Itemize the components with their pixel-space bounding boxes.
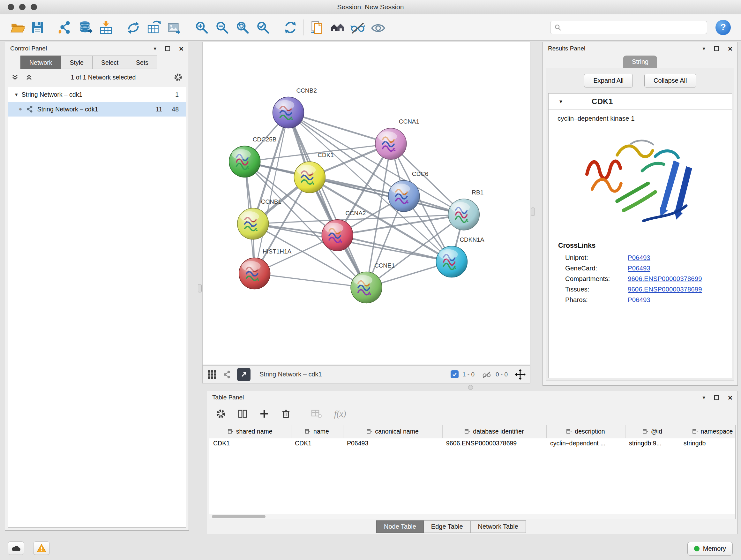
column-header-namespace[interactable]: namespace [680, 425, 736, 438]
network-node-CDK1[interactable]: CDK1 [294, 152, 333, 193]
table-gear-icon[interactable] [216, 409, 226, 419]
network-node-RB1[interactable]: RB1 [448, 189, 483, 230]
zoom-in-button[interactable] [193, 18, 211, 37]
horizontal-scrollbar[interactable] [209, 514, 735, 519]
crosslink-link[interactable]: P06493 [628, 296, 650, 304]
panel-menu-caret-icon[interactable]: ▾ [153, 45, 156, 52]
import-table-file-button[interactable] [97, 18, 115, 37]
export-table-button[interactable] [145, 18, 163, 37]
delete-column-trash-icon[interactable] [281, 409, 291, 419]
tab-sets[interactable]: Sets [127, 56, 157, 69]
refresh-button[interactable] [281, 18, 299, 37]
network-node-CCNB2[interactable]: CCNB2 [273, 87, 317, 128]
selected-checkbox-icon[interactable] [451, 370, 459, 378]
memory-button[interactable]: Memory [687, 542, 733, 556]
pan-move-icon[interactable] [515, 369, 526, 380]
warnings-button[interactable] [33, 542, 50, 555]
network-row-selected[interactable]: • String Network – cdk1 11 48 [8, 102, 186, 117]
cell-shared-name[interactable]: CDK1 [209, 438, 291, 450]
panel-float-icon[interactable] [714, 395, 719, 400]
network-edge-CCNA2-CDKN1A[interactable] [337, 235, 452, 262]
node-label-RB1: RB1 [472, 189, 483, 196]
search-input[interactable] [564, 24, 703, 31]
panel-close-icon[interactable]: × [728, 46, 732, 51]
window-close-icon[interactable] [8, 4, 14, 10]
help-button[interactable]: ? [716, 20, 731, 35]
network-canvas[interactable]: CCNB2CCNA1CDC25BCDK1CDC6RB1CCNB1CCNA2CDK… [202, 42, 530, 365]
cell-description[interactable]: cyclin–dependent ... [546, 438, 625, 450]
panel-splitter-dot[interactable] [468, 385, 473, 390]
tab-string[interactable]: String [623, 56, 657, 68]
copy-document-button[interactable] [308, 18, 326, 37]
cell-id[interactable]: stringdb:9... [625, 438, 680, 450]
collapse-all-chevrons-icon[interactable] [11, 74, 18, 81]
window-minimize-icon[interactable] [19, 4, 25, 10]
crosslink-link[interactable]: P06493 [628, 264, 650, 272]
column-header-name[interactable]: name [291, 425, 343, 438]
network-node-HIST1H1A[interactable]: HIST1H1A [239, 248, 292, 289]
crosslink-link[interactable]: P06493 [628, 254, 650, 261]
panel-float-icon[interactable] [165, 46, 170, 51]
network-from-selection-button[interactable] [125, 18, 142, 37]
network-edge-CCNB2-CCNE1[interactable] [288, 113, 366, 288]
cell-name[interactable]: CDK1 [291, 438, 343, 450]
search-field[interactable] [550, 21, 707, 34]
cell-database-identifier[interactable]: 9606.ENSP00000378699 [442, 438, 546, 450]
network-node-CCNA1[interactable]: CCNA1 [375, 118, 419, 159]
splitter-handle-left[interactable] [198, 284, 202, 293]
cell-canonical-name[interactable]: P06493 [343, 438, 442, 450]
tab-style[interactable]: Style [61, 56, 92, 69]
export-image-button[interactable] [165, 18, 183, 37]
column-header-shared-name[interactable]: shared name [209, 425, 291, 438]
panel-close-icon[interactable]: × [179, 46, 184, 51]
show-columns-icon[interactable] [238, 409, 247, 419]
network-edge-CCNB2-CCNA1[interactable] [288, 113, 391, 144]
tab-network-table[interactable]: Network Table [471, 520, 526, 533]
column-header-id[interactable]: @id [625, 425, 680, 438]
column-header-database-identifier[interactable]: database identifier [442, 425, 546, 438]
zoom-selected-button[interactable] [254, 18, 272, 37]
crosslink-link[interactable]: 9606.ENSP00000378699 [628, 275, 702, 283]
hide-glasses-button[interactable] [349, 18, 367, 37]
column-header-canonical-name[interactable]: canonical name [343, 425, 442, 438]
zoom-fit-button[interactable] [233, 18, 252, 37]
panel-menu-caret-icon[interactable]: ▾ [702, 45, 705, 52]
panel-close-icon[interactable]: × [728, 395, 732, 400]
birds-eye-grid-icon[interactable] [207, 370, 217, 379]
panel-float-icon[interactable] [714, 46, 719, 51]
table-row[interactable]: CDK1 CDK1 P06493 9606.ENSP00000378699 cy… [209, 438, 736, 450]
zoom-out-button[interactable] [213, 18, 231, 37]
tab-edge-table[interactable]: Edge Table [424, 520, 471, 533]
cell-namespace[interactable]: stringdb [680, 438, 736, 450]
protein-collapse-caret-icon[interactable]: ▾ [559, 98, 562, 105]
network-node-CDKN1A[interactable]: CDKN1A [436, 236, 484, 277]
save-session-button[interactable] [29, 18, 47, 37]
tab-node-table[interactable]: Node Table [376, 520, 424, 533]
column-header-description[interactable]: description [546, 425, 625, 438]
network-edge-CCNE1-HIST1H1A[interactable] [255, 273, 366, 288]
expand-all-button[interactable]: Expand All [584, 74, 633, 87]
crosslink-link[interactable]: 9606.ENSP00000378699 [628, 286, 702, 293]
show-eye-button[interactable] [369, 18, 387, 37]
scrollbar-thumb[interactable] [212, 515, 266, 518]
sort-grid-icon [566, 429, 572, 434]
tab-network[interactable]: Network [20, 56, 61, 69]
add-column-plus-icon[interactable] [259, 409, 269, 419]
tree-collapse-caret-icon[interactable]: ▾ [15, 91, 18, 98]
string-settings-button[interactable] [328, 18, 346, 37]
network-share-gray-icon[interactable] [222, 370, 231, 379]
cloud-status-button[interactable] [8, 542, 24, 555]
hidden-glasses-icon[interactable] [482, 370, 492, 379]
open-view-button[interactable] [237, 368, 251, 381]
splitter-handle-right[interactable] [531, 207, 535, 216]
import-network-database-button[interactable] [77, 18, 94, 37]
import-network-file-button[interactable] [56, 18, 74, 37]
tab-select[interactable]: Select [92, 56, 127, 69]
expand-all-chevrons-icon[interactable] [25, 74, 32, 81]
network-collection-row[interactable]: ▾ String Network – cdk1 1 [8, 87, 186, 102]
gear-icon[interactable] [174, 73, 182, 81]
collapse-all-button[interactable]: Collapse All [644, 74, 696, 87]
window-zoom-icon[interactable] [30, 4, 37, 10]
open-session-button[interactable] [8, 18, 26, 37]
panel-menu-caret-icon[interactable]: ▾ [702, 394, 705, 401]
